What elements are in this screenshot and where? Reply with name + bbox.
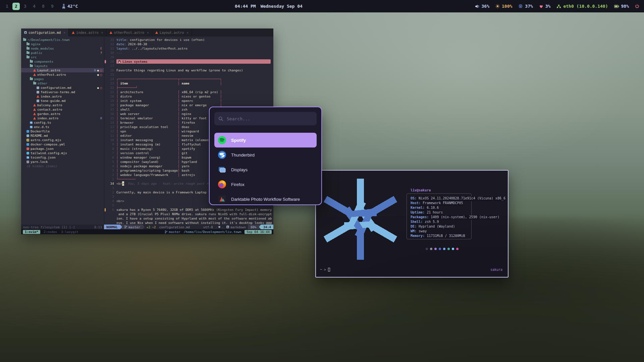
- line-number: 2: [107, 190, 114, 194]
- tmux-window-inactive[interactable]: 3:lazygit: [60, 230, 79, 234]
- editor-tab[interactable]: Layout.astro×: [152, 28, 192, 37]
- app-item-displays[interactable]: Displays: [214, 162, 317, 177]
- tree-item[interactable]: Dockerfile: [21, 129, 104, 133]
- table-cell-item: webdev language/framework: [120, 173, 178, 177]
- palette-dot: [434, 248, 437, 250]
- line-text: Currently, my main device is a Framework…: [116, 190, 210, 194]
- tree-item[interactable]: public?: [21, 51, 104, 55]
- table-cell-item: shell: [120, 107, 178, 112]
- table-border: │: [178, 112, 181, 116]
- tree-item[interactable]: nginx: [21, 42, 104, 46]
- clock-module[interactable]: 04:44 PM Wednesday Sep 04: [235, 0, 303, 12]
- tree-item[interactable]: node_modulesE: [21, 46, 104, 51]
- tree-item[interactable]: src: [21, 55, 104, 59]
- yaml-value: 2024-08-30: [126, 42, 147, 46]
- editor-tab[interactable]: Mconfiguration.md×: [21, 28, 69, 37]
- fetch-value: 11731MiB / 31280MiB: [425, 234, 465, 238]
- tree-item[interactable]: index.astroH: [21, 116, 104, 120]
- app-item-spotify[interactable]: Spotify: [214, 133, 317, 147]
- tab-close-icon[interactable]: ×: [101, 31, 103, 35]
- terminal-cursor: [328, 268, 330, 272]
- app-launcher-dialog[interactable]: SpotifyThunderbirdDisplaysFirefoxDarktab…: [209, 107, 322, 205]
- folder-icon: [30, 60, 33, 63]
- fetch-key: WM:: [411, 229, 417, 233]
- fetch-value: Framework FRANMDCP05: [421, 201, 463, 205]
- tree-item[interactable]: TSconfig.ts: [21, 120, 104, 125]
- shell-prompt[interactable]: ~ >: [320, 268, 330, 272]
- search-input[interactable]: [227, 116, 313, 121]
- editor-tab[interactable]: index.astro×: [69, 28, 106, 37]
- editor-tab[interactable]: otherPost.astro×: [107, 28, 152, 37]
- tree-item[interactable]: fediverse-terms.md: [21, 90, 104, 94]
- workspace-button[interactable]: 2: [12, 3, 20, 10]
- memory-module[interactable]: 37%: [518, 4, 533, 9]
- app-item-firefox[interactable]: Firefox: [214, 177, 317, 192]
- sign-column: [104, 216, 107, 221]
- table-cell-item: nodejs package manager: [120, 164, 178, 168]
- temperature-module[interactable]: 42°C: [62, 4, 78, 9]
- tree-item[interactable]: contact.astro: [21, 107, 104, 112]
- line-text: ove. I use Nix when I need software with…: [116, 221, 272, 225]
- filetype-segment: M markdown: [224, 225, 248, 229]
- line-number: 3: [107, 168, 114, 173]
- tree-item[interactable]: (6 hidden items): [21, 164, 104, 168]
- tree-item[interactable]: index.astro: [21, 94, 104, 99]
- tab-label: otherPost.astro: [114, 31, 144, 35]
- tree-item[interactable]: ~/Development/liv.town: [21, 38, 104, 42]
- npm-file-icon: [26, 147, 29, 150]
- sign-column: [104, 38, 107, 42]
- workspace-button[interactable]: 8: [40, 3, 47, 10]
- app-item-darktable[interactable]: Darktable Photo Workflow Software: [214, 192, 317, 205]
- cpu-module[interactable]: 3%: [539, 4, 551, 9]
- sign-column: [104, 99, 107, 103]
- tree-item[interactable]: configuration.md●□: [21, 85, 104, 90]
- line-number: 15: [107, 116, 114, 120]
- tree-item[interactable]: layouts: [21, 64, 104, 68]
- battery-module[interactable]: 98%: [614, 4, 629, 9]
- workspace-button[interactable]: 4: [31, 3, 38, 10]
- tree-item[interactable]: other: [21, 81, 104, 85]
- git-blame: You, 5 days ago - feat: write rough post…: [124, 181, 210, 186]
- app-item-thunderbird[interactable]: Thunderbird: [214, 147, 317, 162]
- tree-item[interactable]: balcony.astro: [21, 103, 104, 107]
- workspace-button[interactable]: 9: [49, 3, 56, 10]
- tree-item[interactable]: otherPost.astro●□: [21, 72, 104, 77]
- tree-item[interactable]: TStsconfig.json: [21, 155, 104, 160]
- table-border: │: [178, 120, 181, 125]
- line-text: and a 2TB (Crucial P5 Plus) NVMe drive. …: [116, 212, 272, 216]
- brightness-module[interactable]: 100%: [495, 4, 512, 9]
- tree-item[interactable]: README.md: [21, 133, 104, 138]
- tree-item-badges: E: [100, 47, 102, 50]
- line-number: 13: [107, 125, 114, 129]
- table-border: │: [220, 94, 222, 99]
- fetch-terminal-window[interactable]: liv@sakura OS: NixOS 24.11.20240828.71e9…: [315, 170, 508, 278]
- tab-close-icon[interactable]: ×: [147, 31, 149, 35]
- tree-item[interactable]: package.json: [21, 146, 104, 151]
- power-button[interactable]: [635, 4, 639, 8]
- tree-item[interactable]: Layout.astroH●□: [21, 68, 104, 72]
- tree-item[interactable]: tone-guide.md: [21, 99, 104, 103]
- tree-item[interactable]: docker-compose.yml: [21, 142, 104, 146]
- table-border: │: [116, 146, 120, 151]
- tab-close-icon[interactable]: ×: [186, 31, 189, 35]
- tab-close-icon[interactable]: ×: [63, 31, 65, 35]
- workspace-button[interactable]: 3: [21, 3, 29, 10]
- tree-item-label: node_modules: [31, 47, 54, 50]
- markdown-icon: M: [226, 226, 229, 228]
- tree-item[interactable]: pages: [21, 77, 104, 81]
- tmux-window-active[interactable]: 1:nvim*: [23, 230, 40, 234]
- tree-item[interactable]: TSenv.d.ts: [21, 125, 104, 129]
- workspace-button[interactable]: 1: [3, 3, 11, 10]
- neotree-status-text: neo-tree filesystem [1] [-]: [23, 225, 75, 229]
- tmux-window-inactive[interactable]: 2:nodes: [43, 230, 58, 234]
- tree-item[interactable]: yarn.lock: [21, 160, 104, 164]
- volume-module[interactable]: 36%: [475, 4, 489, 9]
- tree-item[interactable]: components: [21, 59, 104, 64]
- editor-line: 6sakura has a Ryzen 5 7640U, 32GB of DDR…: [104, 207, 273, 212]
- tree-item[interactable]: tailwind.config.mjs: [21, 151, 104, 155]
- network-module[interactable]: eth0 (10.0.0.140): [556, 4, 608, 9]
- sign-column: [104, 90, 107, 94]
- tree-item[interactable]: JSastro.config.mjs: [21, 138, 104, 142]
- launcher-search-bar[interactable]: [214, 112, 317, 125]
- tree-item[interactable]: garden.astro: [21, 112, 104, 116]
